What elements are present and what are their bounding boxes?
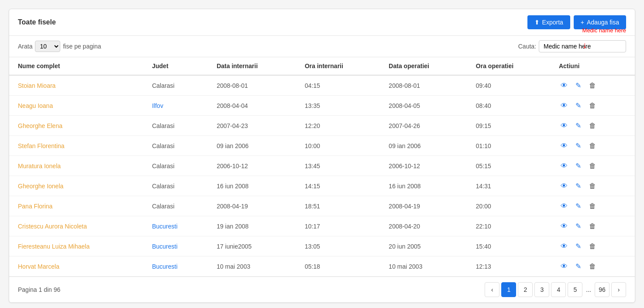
- page-1-button[interactable]: 1: [501, 282, 516, 297]
- cell-data-internarii: 2008-08-01: [208, 75, 296, 96]
- table-row: Gheorghe Ionela Calarasi 16 iun 2008 14:…: [9, 176, 635, 196]
- view-button[interactable]: 👁: [559, 141, 569, 151]
- table-row: Gheorghe Elena Calarasi 2007-04-23 12:20…: [9, 116, 635, 136]
- cell-ora-operatiei: 09:15: [467, 116, 550, 136]
- page-3-button[interactable]: 3: [534, 282, 549, 297]
- name-link[interactable]: Stefan Florentina: [18, 142, 65, 149]
- edit-button[interactable]: ✎: [574, 100, 583, 111]
- judet-link[interactable]: Calarasi: [152, 203, 174, 210]
- name-link[interactable]: Gheorghe Elena: [18, 122, 62, 129]
- delete-button[interactable]: 🗑: [587, 161, 598, 171]
- cell-name: Fieresteanu Luiza Mihaela: [9, 236, 143, 256]
- page-5-button[interactable]: 5: [568, 282, 582, 297]
- name-link[interactable]: Cristescu Aurora Nicoleta: [18, 223, 87, 230]
- cell-ora-internarii: 13:35: [296, 96, 380, 116]
- view-button[interactable]: 👁: [559, 101, 569, 111]
- view-button[interactable]: 👁: [559, 121, 569, 131]
- card-footer: Pagina 1 din 96 ‹ 1 2 3 4 5 ... 96 ›: [9, 277, 635, 302]
- cell-data-operatiei: 2008-04-19: [380, 196, 467, 216]
- view-button[interactable]: 👁: [559, 201, 569, 211]
- cell-ora-operatiei: 15:40: [467, 236, 550, 256]
- judet-link[interactable]: Calarasi: [152, 142, 174, 149]
- delete-button[interactable]: 🗑: [587, 141, 598, 151]
- cell-actiuni: 👁 ✎ 🗑: [550, 75, 635, 96]
- delete-button[interactable]: 🗑: [587, 81, 598, 90]
- delete-button[interactable]: 🗑: [587, 121, 598, 131]
- page-2-button[interactable]: 2: [518, 282, 533, 297]
- col-header-ora-operatiei: Ora operatiei: [467, 57, 550, 75]
- cell-data-operatiei: 2008-04-05: [380, 96, 467, 116]
- table-row: Horvat Marcela Bucuresti 10 mai 2003 05:…: [9, 256, 635, 277]
- view-button[interactable]: 👁: [559, 81, 569, 90]
- page-prev-button[interactable]: ‹: [485, 282, 499, 297]
- export-button[interactable]: ⬆ Exporta: [527, 15, 570, 29]
- cell-name: Stefan Florentina: [9, 136, 143, 156]
- edit-button[interactable]: ✎: [574, 241, 583, 251]
- cell-actiuni: 👁 ✎ 🗑: [550, 156, 635, 176]
- judet-link[interactable]: Bucuresti: [152, 243, 177, 250]
- edit-button[interactable]: ✎: [574, 141, 583, 151]
- cell-name: Muratura Ionela: [9, 156, 143, 176]
- delete-button[interactable]: 🗑: [587, 221, 598, 231]
- cell-ora-internarii: 04:15: [296, 75, 380, 96]
- judet-link[interactable]: Ilfov: [152, 102, 163, 109]
- cell-actiuni: 👁 ✎ 🗑: [550, 216, 635, 236]
- view-button[interactable]: 👁: [559, 181, 569, 191]
- show-entries: Arata 10 25 50 100 fise pe pagina: [18, 41, 101, 52]
- view-button[interactable]: 👁: [559, 242, 569, 251]
- cell-judet: Calarasi: [143, 196, 208, 216]
- judet-link[interactable]: Calarasi: [152, 122, 174, 129]
- delete-button[interactable]: 🗑: [587, 262, 598, 271]
- delete-button[interactable]: 🗑: [587, 101, 598, 111]
- cell-ora-operatiei: 09:40: [467, 75, 550, 96]
- medic-annotation: Medic name here: [582, 27, 626, 34]
- delete-button[interactable]: 🗑: [587, 181, 598, 191]
- page-next-button[interactable]: ›: [611, 282, 626, 297]
- name-link[interactable]: Horvat Marcela: [18, 263, 59, 270]
- view-button[interactable]: 👁: [559, 221, 569, 231]
- cell-name: Stoian Mioara: [9, 75, 143, 96]
- cell-judet: Bucuresti: [143, 236, 208, 256]
- page-info: Pagina 1 din 96: [18, 286, 60, 293]
- name-link[interactable]: Gheorghe Ionela: [18, 183, 63, 190]
- edit-button[interactable]: ✎: [574, 261, 583, 271]
- view-button[interactable]: 👁: [559, 161, 569, 171]
- name-link[interactable]: Muratura Ionela: [18, 163, 61, 170]
- edit-button[interactable]: ✎: [574, 80, 583, 90]
- judet-link[interactable]: Bucuresti: [152, 263, 177, 270]
- cell-judet: Calarasi: [143, 75, 208, 96]
- page-96-button[interactable]: 96: [595, 282, 610, 297]
- name-link[interactable]: Fieresteanu Luiza Mihaela: [18, 243, 90, 250]
- pagination-dots: ...: [584, 282, 593, 297]
- table-row: Neagu Ioana Ilfov 2008-04-04 13:35 2008-…: [9, 96, 635, 116]
- name-link[interactable]: Neagu Ioana: [18, 102, 53, 109]
- cell-name: Gheorghe Elena: [9, 116, 143, 136]
- edit-button[interactable]: ✎: [574, 181, 583, 191]
- per-page-select[interactable]: 10 25 50 100: [35, 41, 60, 52]
- main-card: Toate fisele ⬆ Exporta + Adauga fisa Ara…: [9, 9, 635, 303]
- judet-link[interactable]: Calarasi: [152, 183, 174, 190]
- card-toolbar: Arata 10 25 50 100 fise pe pagina Medic …: [9, 36, 635, 57]
- cell-ora-internarii: 10:17: [296, 216, 380, 236]
- page-4-button[interactable]: 4: [551, 282, 566, 297]
- cell-data-internarii: 2008-04-19: [208, 196, 296, 216]
- edit-button[interactable]: ✎: [574, 121, 583, 131]
- name-link[interactable]: Pana Florina: [18, 203, 52, 210]
- cell-data-operatiei: 16 iun 2008: [380, 176, 467, 196]
- cell-data-internarii: 2008-04-04: [208, 96, 296, 116]
- judet-link[interactable]: Calarasi: [152, 163, 174, 170]
- view-button[interactable]: 👁: [559, 262, 569, 271]
- edit-button[interactable]: ✎: [574, 221, 583, 231]
- judet-link[interactable]: Calarasi: [152, 82, 174, 89]
- edit-button[interactable]: ✎: [574, 161, 583, 171]
- cell-data-internarii: 10 mai 2003: [208, 256, 296, 277]
- cell-actiuni: 👁 ✎ 🗑: [550, 236, 635, 256]
- table-row: Pana Florina Calarasi 2008-04-19 18:51 2…: [9, 196, 635, 216]
- delete-button[interactable]: 🗑: [587, 242, 598, 251]
- judet-link[interactable]: Bucuresti: [152, 223, 177, 230]
- name-link[interactable]: Stoian Mioara: [18, 82, 55, 89]
- cell-data-internarii: 17 iunie2005: [208, 236, 296, 256]
- edit-button[interactable]: ✎: [574, 201, 583, 211]
- cell-ora-operatiei: 20:00: [467, 196, 550, 216]
- delete-button[interactable]: 🗑: [587, 201, 598, 211]
